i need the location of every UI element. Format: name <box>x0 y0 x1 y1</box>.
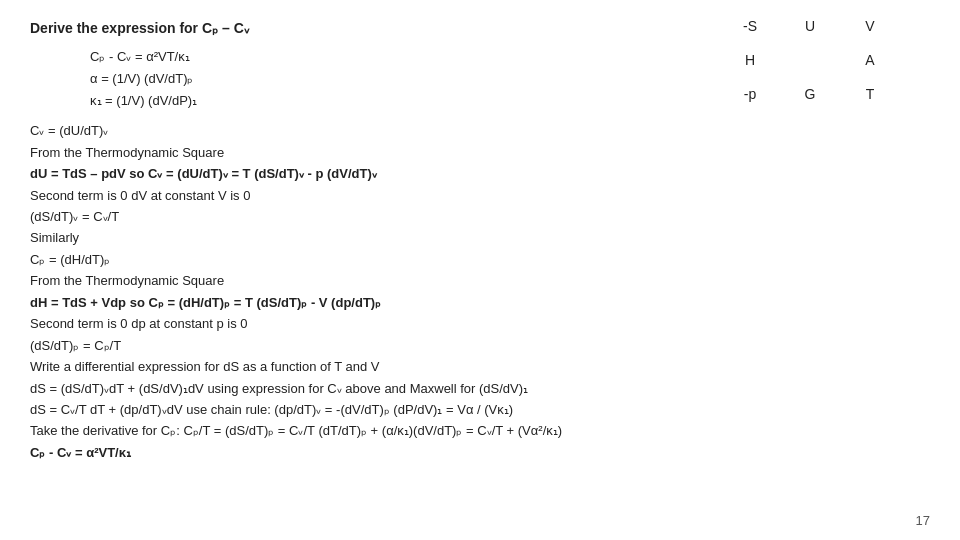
content-line-8: dH = TdS + Vdp so Cₚ = (dH/dT)ₚ = T (dS/… <box>30 292 930 313</box>
content-line-7: From the Thermodynamic Square <box>30 270 930 291</box>
content-line-0: Cᵥ = (dU/dT)ᵥ <box>30 120 930 141</box>
thermodynamic-square-grid: -S U V H A -p G T <box>720 18 900 102</box>
content-line-10: (dS/dT)ₚ = Cₚ/T <box>30 335 930 356</box>
grid-g: G <box>780 86 840 102</box>
content-line-14: dS = Cᵥ/T dT + (dp/dT)ᵥdV use chain rule… <box>30 399 930 420</box>
grid-u: U <box>780 18 840 34</box>
grid-a: A <box>840 52 900 68</box>
grid-empty <box>780 52 840 68</box>
page-number: 17 <box>916 513 930 528</box>
content-line-13: dS = (dS/dT)ᵥdT + (dS/dV)₁dV using expre… <box>30 378 930 399</box>
content-line-1: From the Thermodynamic Square <box>30 142 930 163</box>
content-line-4: (dS/dT)ᵥ = Cᵥ/T <box>30 206 930 227</box>
grid-h: H <box>720 52 780 68</box>
content-line-5: Similarly <box>30 227 930 248</box>
content-line-3: Second term is 0 dV at constant V is 0 <box>30 185 930 206</box>
content-line-15: Take the derivative for Cₚ: Cₚ/T = (dS/d… <box>30 420 930 441</box>
content-line-2: dU = TdS – pdV so Cᵥ = (dU/dT)ᵥ = T (dS/… <box>30 163 930 184</box>
content-line-16: Cₚ - Cᵥ = α²VT/κ₁ <box>30 442 930 463</box>
grid-v: V <box>840 18 900 34</box>
grid-neg-p: -p <box>720 86 780 102</box>
grid-t: T <box>840 86 900 102</box>
content-line-9: Second term is 0 dp at constant p is 0 <box>30 313 930 334</box>
main-content: Cᵥ = (dU/dT)ᵥFrom the Thermodynamic Squa… <box>30 120 930 463</box>
page: Derive the expression for Cₚ – Cᵥ -S U V… <box>0 0 960 540</box>
content-line-6: Cₚ = (dH/dT)ₚ <box>30 249 930 270</box>
grid-neg-s: -S <box>720 18 780 34</box>
content-line-12: Write a differential expression for dS a… <box>30 356 930 377</box>
